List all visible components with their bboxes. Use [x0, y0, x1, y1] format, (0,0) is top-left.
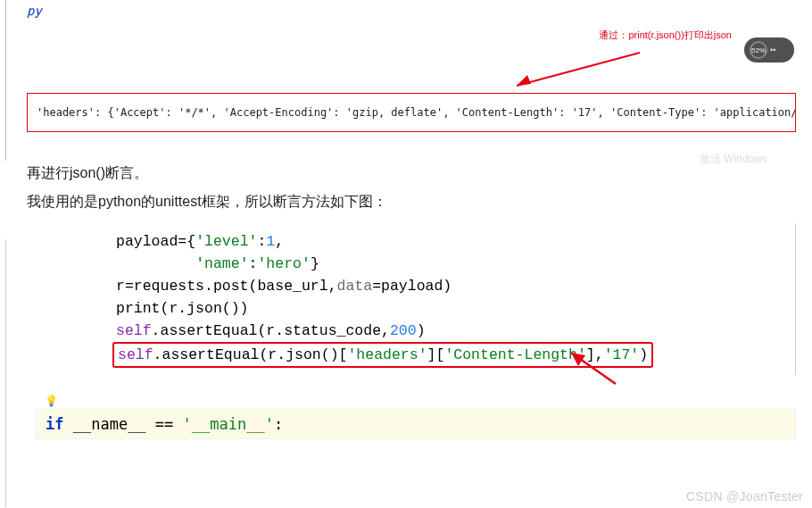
left-divider-bottom [5, 239, 6, 507]
code-line-4: print(r.json()) [116, 297, 795, 320]
code-line-2: 'name':'hero'} [116, 253, 795, 275]
text-line-1: 再进行json()断言。 [27, 159, 796, 187]
code-line-5: self.assertEqual(r.status_code,200) [116, 320, 795, 342]
svg-marker-3 [571, 353, 585, 366]
windows-watermark: 激活 Windows [700, 152, 767, 167]
csdn-watermark: CSDN @JoanTester [686, 489, 803, 504]
annotation-text: 通过：print(r.json())打印出json [599, 29, 732, 42]
if-main-block: if __name__ == '__main__': [36, 409, 796, 439]
svg-marker-1 [517, 75, 531, 86]
py-tab-label: py [11, 0, 812, 21]
code-block: payload={'level':1, 'name':'hero'} r=req… [36, 223, 796, 375]
lightbulb-icon[interactable]: 💡 [45, 395, 812, 407]
battery-widget[interactable]: 52% •• [744, 37, 794, 62]
svg-line-0 [517, 53, 640, 86]
code-line-6-highlighted: self.assertEqual(r.json()['headers']['Co… [116, 342, 795, 368]
battery-percent: 52% [750, 41, 767, 59]
battery-dots-icon: •• [770, 46, 775, 54]
code-line-1: payload={'level':1, [116, 230, 795, 253]
text-line-2: 我使用的是python的unittest框架，所以断言方法如下图： [27, 187, 796, 216]
explanation-text: 再进行json()断言。 我使用的是python的unittest框架，所以断言… [11, 141, 812, 223]
arrow-icon [506, 48, 649, 93]
arrow-icon [562, 348, 625, 388]
left-divider-top [5, 0, 6, 161]
headers-output-box: 'headers': {'Accept': '*/*', 'Accept-Enc… [27, 93, 796, 132]
annotation-area: 通过：print(r.json())打印出json 52% •• [11, 21, 812, 88]
code-line-3: r=requests.post(base_url,data=payload) [116, 275, 795, 297]
